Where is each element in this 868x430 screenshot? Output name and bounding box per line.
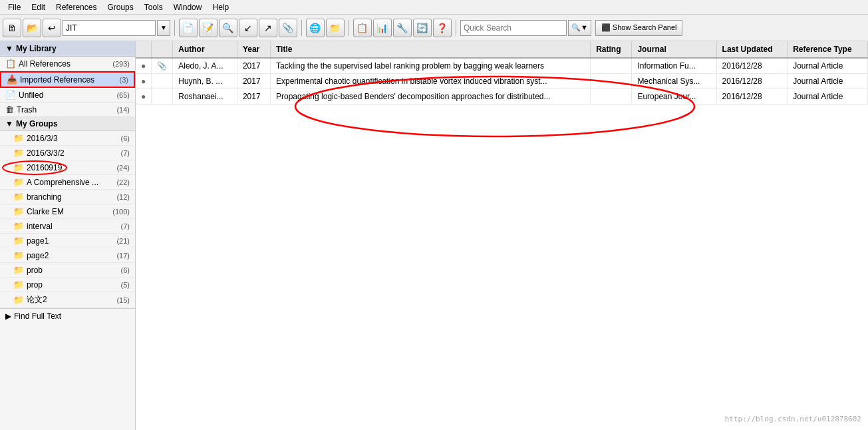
sidebar-group-lunwen2[interactable]: 📁 论文2 (15): [0, 292, 135, 308]
folder-icon: 📁: [13, 133, 24, 143]
table-row[interactable]: ● Roshanaei... 2017 Propagating logic-ba…: [136, 89, 868, 105]
group-label: 论文2: [27, 294, 47, 306]
sidebar-group-prob[interactable]: 📁 prob (6): [0, 263, 135, 278]
sidebar-group-2016-3-3-2[interactable]: 📁 2016/3/3/2 (7): [0, 146, 135, 160]
toolbar-btn-export[interactable]: 🔧: [393, 19, 412, 37]
toolbar-btn-back[interactable]: ↩: [43, 19, 61, 37]
sidebar-item-all-references[interactable]: 📋 All References (293): [0, 57, 135, 71]
menu-references[interactable]: References: [51, 1, 102, 13]
sidebar-item-label: Trash: [17, 105, 37, 114]
references-table: Author Year Title Rating Journal Last Up…: [136, 41, 868, 105]
row-clip: 📎: [152, 58, 173, 74]
toolbar-btn-import[interactable]: ↗: [259, 19, 277, 37]
table-row[interactable]: ● 📎 Aledo, J. A... 2017 Tackling the the…: [136, 58, 868, 74]
col-author[interactable]: Author: [173, 41, 237, 58]
find-full-text[interactable]: ▶ Find Full Text: [0, 308, 135, 323]
toolbar-btn-new-ref[interactable]: 📄: [179, 19, 198, 37]
group-count: (5): [121, 281, 130, 289]
table-header-row: Author Year Title Rating Journal Last Up…: [136, 41, 868, 58]
table-row[interactable]: ● Huynh, B. ... 2017 Experimental chaoti…: [136, 74, 868, 89]
toolbar-btn-help[interactable]: ❓: [433, 19, 452, 37]
group-label: branching: [27, 192, 62, 202]
row-rating: [591, 89, 632, 105]
imported-refs-icon: 📥: [7, 75, 17, 85]
content-area: Author Year Title Rating Journal Last Up…: [136, 41, 868, 430]
sidebar-item-trash[interactable]: 🗑 Trash (14): [0, 103, 135, 117]
sidebar-group-prop[interactable]: 📁 prop (5): [0, 278, 135, 292]
group-count: (100): [112, 208, 130, 216]
folder-icon: 📁: [13, 206, 24, 216]
row-author: Roshanaei...: [173, 89, 237, 105]
group-label: page2: [27, 251, 49, 260]
my-library-label: My Library: [16, 44, 57, 53]
col-ref-type[interactable]: Reference Type: [788, 41, 868, 58]
toolbar-btn-connect[interactable]: 🌐: [306, 19, 325, 37]
folder-icon: 📁: [13, 280, 24, 290]
group-count: (7): [121, 149, 130, 157]
group-count: (22): [116, 178, 130, 186]
toolbar-btn-search-online[interactable]: 🔍: [219, 19, 237, 37]
toolbar-btn-edit[interactable]: 📝: [199, 19, 217, 37]
expand-icon: ▶: [5, 312, 11, 321]
menu-edit[interactable]: Edit: [26, 1, 51, 13]
folder-icon: 📁: [13, 177, 24, 187]
my-groups-section[interactable]: ▼ My Groups: [0, 117, 135, 131]
sidebar-group-comprehensive[interactable]: 📁 A Comprehensive ... (22): [0, 175, 135, 190]
toolbar-btn-folder[interactable]: 📁: [326, 19, 345, 37]
row-rating: [591, 58, 632, 74]
menu-file[interactable]: File: [3, 1, 26, 13]
unfiled-icon: 📄: [5, 90, 16, 100]
menu-window[interactable]: Window: [168, 1, 208, 13]
sidebar-item-imported-references[interactable]: 📥 Imported References (3): [0, 71, 135, 88]
row-journal: Mechanical Sys...: [632, 74, 716, 89]
menu-groups[interactable]: Groups: [102, 1, 138, 13]
folder-icon: 📁: [13, 148, 24, 158]
row-author: Huynh, B. ...: [173, 74, 237, 89]
library-dropdown[interactable]: ▼: [157, 20, 170, 36]
sidebar-group-page2[interactable]: 📁 page2 (17): [0, 248, 135, 263]
toolbar-btn-format[interactable]: 📊: [373, 19, 392, 37]
row-clip: [152, 74, 173, 89]
toolbar-btn-open[interactable]: 📂: [23, 19, 41, 37]
toolbar-btn-cite[interactable]: 📋: [353, 19, 372, 37]
sidebar-group-clarke-em[interactable]: 📁 Clarke EM (100): [0, 204, 135, 219]
collapse-icon[interactable]: ▼: [5, 44, 13, 53]
col-last-updated[interactable]: Last Updated: [716, 41, 788, 58]
row-title: Tackling the the supervised label rankin…: [270, 58, 590, 74]
col-journal[interactable]: Journal: [632, 41, 716, 58]
sidebar-item-unfiled[interactable]: 📄 Unfiled (65): [0, 88, 135, 103]
trash-icon: 🗑: [5, 105, 14, 114]
sidebar-group-branching[interactable]: 📁 branching (12): [0, 190, 135, 204]
quick-search-input[interactable]: [460, 20, 567, 36]
show-search-panel-button[interactable]: ⬛ Show Search Panel: [595, 20, 683, 36]
sidebar-group-interval[interactable]: 📁 interval (7): [0, 219, 135, 234]
row-author: Aledo, J. A...: [173, 58, 237, 74]
sidebar-group-20160919[interactable]: 📁 20160919 (24): [0, 160, 135, 175]
sidebar-group-2016-3-3[interactable]: 📁 2016/3/3 (6): [0, 131, 135, 146]
col-clip[interactable]: [152, 41, 173, 58]
col-title[interactable]: Title: [270, 41, 590, 58]
group-label: 20160919: [27, 163, 62, 172]
col-rating[interactable]: Rating: [591, 41, 632, 58]
group-count: (7): [121, 222, 130, 230]
toolbar-btn-find[interactable]: ↙: [239, 19, 257, 37]
sidebar-group-page1[interactable]: 📁 page1 (21): [0, 234, 135, 248]
search-button[interactable]: 🔍▼: [568, 20, 591, 36]
col-bullet[interactable]: [136, 41, 152, 58]
row-ref-type: Journal Article: [788, 74, 868, 89]
row-year: 2017: [237, 58, 270, 74]
group-count: (17): [116, 252, 130, 260]
row-clip: [152, 89, 173, 105]
find-full-text-label: Find Full Text: [14, 312, 61, 321]
library-input[interactable]: [63, 20, 156, 36]
folder-icon: 📁: [13, 162, 24, 172]
menu-tools[interactable]: Tools: [139, 1, 168, 13]
row-bullet: ●: [136, 89, 152, 105]
menu-help[interactable]: Help: [207, 1, 234, 13]
toolbar-btn-new[interactable]: 🗎: [3, 19, 21, 37]
col-year[interactable]: Year: [237, 41, 270, 58]
toolbar-btn-attach[interactable]: 📎: [279, 19, 297, 37]
group-count: (24): [116, 164, 130, 172]
group-label: prop: [27, 280, 43, 290]
toolbar-btn-refresh[interactable]: 🔄: [413, 19, 432, 37]
